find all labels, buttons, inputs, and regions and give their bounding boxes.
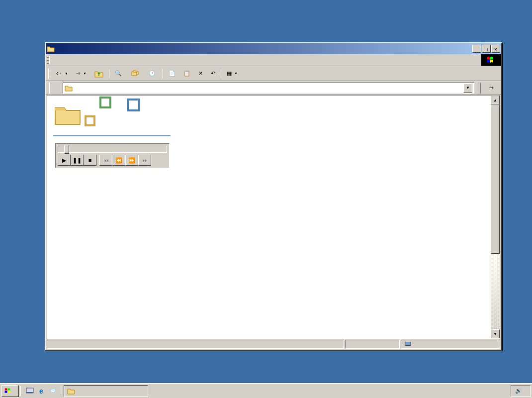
chevron-down-icon: ▼ <box>234 72 238 75</box>
address-bar: ▼ ↪ <box>46 81 501 95</box>
taskbar: e 📨 🔊 <box>0 383 532 398</box>
desktop-icon <box>26 387 34 395</box>
status-zone <box>401 340 500 349</box>
chevron-down-icon: ▼ <box>83 72 87 75</box>
minimize-button[interactable]: _ <box>472 45 481 53</box>
folders-icon <box>131 70 139 78</box>
close-button[interactable]: ✕ <box>491 45 500 53</box>
views-button[interactable]: ▦ ▼ <box>223 68 241 80</box>
scroll-track[interactable] <box>491 104 500 329</box>
explorer-window: _ □ ✕ ⇦ ▼ ➔ ▼ <box>45 42 502 351</box>
seek-thumb[interactable] <box>64 145 69 154</box>
address-input[interactable]: ▼ <box>63 83 474 94</box>
folders-button[interactable] <box>128 68 144 80</box>
pause-button[interactable]: ❚❚ <box>71 155 84 166</box>
back-arrow-icon: ⇦ <box>56 70 61 77</box>
folder-icon <box>47 45 55 53</box>
fast-forward-button[interactable]: ⏩ <box>125 155 138 166</box>
scroll-thumb[interactable] <box>491 104 500 254</box>
svg-rect-1 <box>406 346 409 347</box>
copy-icon: 📋 <box>183 70 190 77</box>
titlebar[interactable]: _ □ ✕ <box>46 43 501 54</box>
status-main <box>47 340 344 349</box>
outlook-icon: 📨 <box>49 388 56 394</box>
search-icon: 🔍 <box>115 70 122 77</box>
side-panel-header <box>47 96 177 130</box>
vertical-scrollbar[interactable]: ▲ ▼ <box>491 96 500 338</box>
volume-icon[interactable]: 🔊 <box>515 388 522 394</box>
toolbar: ⇦ ▼ ➔ ▼ 🔍 🕑 <box>46 66 501 81</box>
forward-arrow-icon: ➔ <box>76 70 81 77</box>
maximize-button[interactable]: □ <box>482 45 491 53</box>
windows-flag-icon <box>4 387 13 395</box>
scroll-up-button[interactable]: ▲ <box>491 96 500 104</box>
computer-icon <box>404 341 411 348</box>
copy-to-button[interactable]: 📋 <box>180 68 194 80</box>
grip-handle[interactable] <box>49 83 51 94</box>
back-button[interactable]: ⇦ ▼ <box>53 68 72 80</box>
skip-forward-button[interactable]: ⏭ <box>138 155 151 166</box>
address-dropdown-button[interactable]: ▼ <box>463 83 472 93</box>
folder-icon <box>67 387 75 395</box>
undo-button[interactable]: ↶ <box>207 68 219 80</box>
grip-handle[interactable] <box>47 56 50 64</box>
grip-handle[interactable] <box>48 68 50 79</box>
show-desktop-button[interactable] <box>24 386 35 397</box>
menubar <box>46 54 501 66</box>
svg-rect-0 <box>405 342 411 346</box>
folder-large-icon <box>53 102 82 126</box>
scroll-down-button[interactable]: ▼ <box>491 329 500 338</box>
rewind-button[interactable]: ⏪ <box>112 155 125 166</box>
go-button[interactable]: ↪ <box>485 83 499 94</box>
content-area: ▶ ❚❚ ■ ⏮ ⏪ ⏩ ⏭ ▲ <box>47 95 500 339</box>
chevron-down-icon: ▼ <box>65 72 68 75</box>
views-icon: ▦ <box>227 70 232 77</box>
play-button[interactable]: ▶ <box>58 155 71 166</box>
move-icon: 📄 <box>169 70 176 77</box>
status-size <box>345 340 400 349</box>
go-icon: ↪ <box>489 85 494 91</box>
system-tray: 🔊 <box>511 385 531 397</box>
outlook-button[interactable]: 📨 <box>47 386 58 397</box>
side-panel-title <box>53 130 171 136</box>
start-button[interactable] <box>1 385 19 397</box>
grip-handle[interactable] <box>479 83 481 94</box>
folder-up-icon <box>94 69 103 78</box>
ie-icon: e <box>39 387 43 395</box>
status-bar <box>46 339 501 350</box>
windows-flag-icon <box>481 54 501 66</box>
ie-button[interactable]: e <box>36 386 47 397</box>
up-button[interactable] <box>91 68 107 80</box>
stop-button[interactable]: ■ <box>84 155 96 166</box>
move-to-button[interactable]: 📄 <box>165 68 179 80</box>
undo-icon: ↶ <box>211 70 215 77</box>
taskbar-task-media[interactable] <box>64 385 148 397</box>
media-player: ▶ ❚❚ ■ ⏮ ⏪ ⏩ ⏭ <box>55 143 170 168</box>
side-panel: ▶ ❚❚ ■ ⏮ ⏪ ⏩ ⏭ <box>47 96 177 338</box>
svg-rect-3 <box>26 392 33 393</box>
delete-icon: ✕ <box>198 70 203 77</box>
folder-icon <box>65 84 73 92</box>
history-button[interactable]: 🕑 <box>145 68 161 80</box>
seek-slider[interactable] <box>58 146 167 153</box>
search-button[interactable]: 🔍 <box>111 68 127 80</box>
delete-button[interactable]: ✕ <box>195 68 206 80</box>
file-view[interactable] <box>177 96 491 338</box>
quick-launch: e 📨 <box>22 385 60 397</box>
forward-button[interactable]: ➔ ▼ <box>73 68 90 80</box>
skip-back-button[interactable]: ⏮ <box>99 155 112 166</box>
history-icon: 🕑 <box>149 70 156 77</box>
desktop: _ □ ✕ ⇦ ▼ ➔ ▼ <box>0 0 532 383</box>
